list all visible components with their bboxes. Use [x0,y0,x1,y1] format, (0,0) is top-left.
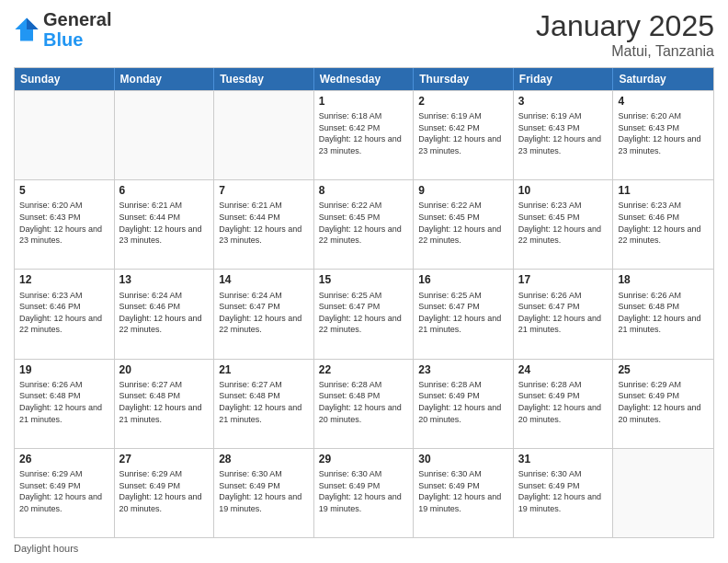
day-header-thursday: Thursday [414,68,514,90]
calendar-cell-day-2: 2Sunrise: 6:19 AM Sunset: 6:42 PM Daylig… [414,91,514,179]
calendar-cell-day-11: 11Sunrise: 6:23 AM Sunset: 6:46 PM Dayli… [613,180,713,269]
cell-day-number: 1 [319,94,409,109]
cell-info: Sunrise: 6:22 AM Sunset: 6:45 PM Dayligh… [319,200,409,246]
logo-general-text: General [43,9,111,29]
cell-info: Sunrise: 6:23 AM Sunset: 6:46 PM Dayligh… [618,200,709,246]
cell-info: Sunrise: 6:30 AM Sunset: 6:49 PM Dayligh… [518,468,609,514]
day-header-friday: Friday [514,68,614,90]
calendar-cell-day-21: 21Sunrise: 6:27 AM Sunset: 6:48 PM Dayli… [214,360,314,448]
cell-info: Sunrise: 6:30 AM Sunset: 6:49 PM Dayligh… [319,468,409,514]
cell-info: Sunrise: 6:25 AM Sunset: 6:47 PM Dayligh… [418,290,508,336]
cell-day-number: 17 [518,272,609,287]
cell-info: Sunrise: 6:21 AM Sunset: 6:44 PM Dayligh… [119,200,210,246]
footer: Daylight hours [14,543,714,554]
calendar-cell-day-23: 23Sunrise: 6:28 AM Sunset: 6:49 PM Dayli… [414,360,514,448]
calendar-cell-day-27: 27Sunrise: 6:29 AM Sunset: 6:49 PM Dayli… [115,449,215,537]
calendar-cell-day-10: 10Sunrise: 6:23 AM Sunset: 6:45 PM Dayli… [514,180,614,269]
cell-info: Sunrise: 6:26 AM Sunset: 6:48 PM Dayligh… [19,379,109,425]
cell-day-number: 16 [418,272,508,287]
calendar-cell-day-29: 29Sunrise: 6:30 AM Sunset: 6:49 PM Dayli… [314,449,415,537]
day-header-saturday: Saturday [613,68,713,90]
calendar-row-0: 1Sunrise: 6:18 AM Sunset: 6:42 PM Daylig… [15,90,713,179]
header: General Blue January 2025 Matui, Tanzani… [14,9,714,60]
cell-info: Sunrise: 6:26 AM Sunset: 6:48 PM Dayligh… [618,290,709,336]
cell-day-number: 26 [19,452,109,466]
calendar-row-4: 26Sunrise: 6:29 AM Sunset: 6:49 PM Dayli… [15,448,713,537]
cell-day-number: 3 [518,94,609,109]
cell-day-number: 24 [518,362,609,377]
cell-info: Sunrise: 6:27 AM Sunset: 6:48 PM Dayligh… [219,379,309,425]
cell-day-number: 8 [319,183,409,198]
logo: General Blue [14,9,111,50]
calendar-cell-day-1: 1Sunrise: 6:18 AM Sunset: 6:42 PM Daylig… [314,91,415,179]
cell-info: Sunrise: 6:20 AM Sunset: 6:43 PM Dayligh… [618,110,709,156]
cell-day-number: 9 [418,183,508,198]
cell-day-number: 4 [618,94,709,109]
cell-day-number: 14 [219,272,309,287]
cell-day-number: 29 [319,452,409,466]
calendar: SundayMondayTuesdayWednesdayThursdayFrid… [14,67,714,538]
cell-info: Sunrise: 6:30 AM Sunset: 6:49 PM Dayligh… [219,468,309,514]
calendar-cell-day-8: 8Sunrise: 6:22 AM Sunset: 6:45 PM Daylig… [314,180,415,269]
calendar-cell-day-25: 25Sunrise: 6:29 AM Sunset: 6:49 PM Dayli… [613,360,713,448]
calendar-cell-day-22: 22Sunrise: 6:28 AM Sunset: 6:48 PM Dayli… [314,360,415,448]
cell-info: Sunrise: 6:21 AM Sunset: 6:44 PM Dayligh… [219,200,309,246]
logo-icon [14,17,40,42]
cell-info: Sunrise: 6:18 AM Sunset: 6:42 PM Dayligh… [319,110,409,156]
cell-day-number: 6 [119,183,210,198]
day-header-wednesday: Wednesday [314,68,415,90]
cell-info: Sunrise: 6:28 AM Sunset: 6:49 PM Dayligh… [518,379,609,425]
calendar-cell-day-31: 31Sunrise: 6:30 AM Sunset: 6:49 PM Dayli… [514,449,614,537]
cell-day-number: 20 [119,362,210,377]
calendar-cell-day-20: 20Sunrise: 6:27 AM Sunset: 6:48 PM Dayli… [115,360,215,448]
cell-info: Sunrise: 6:27 AM Sunset: 6:48 PM Dayligh… [119,379,210,425]
cell-info: Sunrise: 6:22 AM Sunset: 6:45 PM Dayligh… [418,200,508,246]
cell-info: Sunrise: 6:19 AM Sunset: 6:42 PM Dayligh… [418,110,508,156]
cell-day-number: 23 [418,362,508,377]
calendar-body: 1Sunrise: 6:18 AM Sunset: 6:42 PM Daylig… [15,90,713,537]
calendar-row-1: 5Sunrise: 6:20 AM Sunset: 6:43 PM Daylig… [15,179,713,269]
cell-day-number: 27 [119,452,210,466]
cell-day-number: 13 [119,272,210,287]
day-header-tuesday: Tuesday [214,68,314,90]
calendar-cell-day-30: 30Sunrise: 6:30 AM Sunset: 6:49 PM Dayli… [414,449,514,537]
location: Matui, Tanzania [536,43,714,60]
title-area: January 2025 Matui, Tanzania [536,9,714,60]
cell-day-number: 25 [618,362,709,377]
cell-day-number: 2 [418,94,508,109]
footer-label: Daylight hours [14,543,78,554]
cell-info: Sunrise: 6:29 AM Sunset: 6:49 PM Dayligh… [119,468,210,514]
calendar-cell-empty-0-2 [214,91,314,179]
calendar-row-3: 19Sunrise: 6:26 AM Sunset: 6:48 PM Dayli… [15,359,713,448]
cell-info: Sunrise: 6:24 AM Sunset: 6:46 PM Dayligh… [119,290,210,336]
calendar-cell-empty-4-6 [613,449,713,537]
calendar-cell-empty-0-1 [115,91,215,179]
calendar-cell-day-4: 4Sunrise: 6:20 AM Sunset: 6:43 PM Daylig… [613,91,713,179]
calendar-cell-day-12: 12Sunrise: 6:23 AM Sunset: 6:46 PM Dayli… [15,270,115,358]
cell-info: Sunrise: 6:29 AM Sunset: 6:49 PM Dayligh… [19,468,109,514]
cell-day-number: 7 [219,183,309,198]
calendar-cell-day-9: 9Sunrise: 6:22 AM Sunset: 6:45 PM Daylig… [414,180,514,269]
cell-info: Sunrise: 6:23 AM Sunset: 6:45 PM Dayligh… [518,200,609,246]
day-header-monday: Monday [115,68,215,90]
cell-day-number: 31 [518,452,609,466]
cell-day-number: 10 [518,183,609,198]
calendar-cell-day-18: 18Sunrise: 6:26 AM Sunset: 6:48 PM Dayli… [613,270,713,358]
cell-day-number: 15 [319,272,409,287]
calendar-cell-empty-0-0 [15,91,115,179]
calendar-cell-day-15: 15Sunrise: 6:25 AM Sunset: 6:47 PM Dayli… [314,270,415,358]
logo-blue-text: Blue [43,29,111,50]
calendar-cell-day-14: 14Sunrise: 6:24 AM Sunset: 6:47 PM Dayli… [214,270,314,358]
cell-day-number: 5 [19,183,109,198]
cell-info: Sunrise: 6:20 AM Sunset: 6:43 PM Dayligh… [19,200,109,246]
cell-day-number: 30 [418,452,508,466]
calendar-cell-day-24: 24Sunrise: 6:28 AM Sunset: 6:49 PM Dayli… [514,360,614,448]
calendar-cell-day-26: 26Sunrise: 6:29 AM Sunset: 6:49 PM Dayli… [15,449,115,537]
cell-day-number: 19 [19,362,109,377]
calendar-cell-day-28: 28Sunrise: 6:30 AM Sunset: 6:49 PM Dayli… [214,449,314,537]
cell-info: Sunrise: 6:29 AM Sunset: 6:49 PM Dayligh… [618,379,709,425]
svg-marker-1 [27,17,39,29]
calendar-row-2: 12Sunrise: 6:23 AM Sunset: 6:46 PM Dayli… [15,269,713,358]
cell-info: Sunrise: 6:28 AM Sunset: 6:48 PM Dayligh… [319,379,409,425]
cell-info: Sunrise: 6:28 AM Sunset: 6:49 PM Dayligh… [418,379,508,425]
